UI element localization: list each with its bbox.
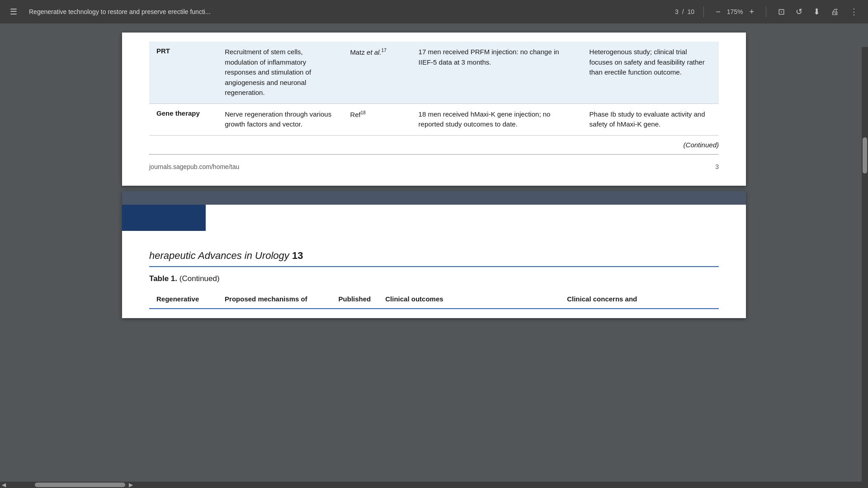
header-published-text: PPublishedublished [339,295,371,303]
pdf-pages: PRT Recruitment of stem cells, modulatio… [0,23,868,327]
journal-title: herapeutic Advances in Urology 13 [149,250,719,267]
download-button[interactable]: ⬇ [811,5,823,19]
ref-cell: Ref18 [343,103,411,135]
header-clinical-concerns-text: Clinical concerns and [567,295,637,303]
header-proposed: PProposed mechanisms ofroposed mechanism… [217,290,331,309]
vertical-scrollbar[interactable] [862,47,868,488]
document-title: Regenerative technology to restore and p… [29,8,670,15]
zoom-in-button[interactable]: + [746,5,757,19]
table-label: Table 1. [149,274,177,283]
therapy-cell: PRT [149,42,217,103]
table-caption: Table 1. (Continued) [149,274,719,283]
continued-text: (Continued) [149,136,719,154]
header-regenerative: RRegenerativeegenerative [149,290,217,309]
zoom-out-button[interactable]: − [713,5,723,19]
header-clinical-outcomes: Clinical outcomes [378,290,560,309]
page-separator: / [682,8,684,15]
page2-content: herapeutic Advances in Urology 13 Table … [122,205,746,318]
horizontal-scrollbar[interactable]: ◀ ▶ [0,482,862,488]
table-container: PRT Recruitment of stem cells, modulatio… [149,42,719,136]
header-clinical-outcomes-text: Clinical outcomes [385,295,443,303]
table-row: PRT Recruitment of stem cells, modulatio… [149,42,719,103]
ref-cell: Matz et al.17 [343,42,411,103]
footer-page-number: 3 [715,163,719,170]
page-footer: journals.sagepub.com/home/tau 3 [122,159,746,175]
fit-page-button[interactable]: ⊡ [775,5,788,19]
table-row: Gene therapy Nerve regeneration through … [149,103,719,135]
mechanism-cell: Recruitment of stem cells, modulation of… [217,42,343,103]
print-button[interactable]: 🖨 [828,5,842,19]
outcomes-cell: 18 men received hMaxi-K gene injection; … [411,103,582,135]
scrollbar-thumb[interactable] [863,137,867,174]
total-pages: 10 [688,8,695,15]
outcomes-cell: 17 men received PRFM injection: no chang… [411,42,582,103]
header-regenerative-text: RRegenerativeegenerative [156,295,199,303]
main-content: PRT Recruitment of stem cells, modulatio… [0,23,868,488]
more-options-button[interactable]: ⋮ [847,5,861,19]
header-published: PPublishedublished [331,290,378,309]
page-divider [149,154,719,155]
horizontal-scrollbar-thumb[interactable] [35,483,125,487]
header-clinical-concerns: Clinical concerns and [560,290,719,309]
toolbar: ☰ Regenerative technology to restore and… [0,0,868,23]
mechanism-cell: Nerve regeneration through various growt… [217,103,343,135]
scroll-left-arrow[interactable]: ◀ [0,482,8,488]
therapy-cell: Gene therapy [149,103,217,135]
zoom-level: 175% [727,8,743,15]
divider-2 [766,6,766,17]
pdf-page-1: PRT Recruitment of stem cells, modulatio… [122,33,746,186]
rotate-button[interactable]: ↺ [793,5,805,19]
page-info: 3 / 10 [675,8,694,15]
main-table: PRT Recruitment of stem cells, modulatio… [149,42,719,136]
concerns-cell: Heterogenous study; clinical trial focus… [582,42,719,103]
table-continued: (Continued) [179,274,220,283]
page-top: PRT Recruitment of stem cells, modulatio… [122,33,746,155]
toolbar-right: ⬇ 🖨 ⋮ [811,5,861,19]
table-header-row: RRegenerativeegenerative PProposed mecha… [149,290,719,309]
header-proposed-text: PProposed mechanisms ofroposed mechanism… [225,295,307,303]
current-page[interactable]: 3 [675,8,679,15]
journal-title-text: herapeutic Advances in Urology 13 [149,250,303,261]
page2-header-bar [122,191,746,205]
menu-button[interactable]: ☰ [7,5,20,19]
table2-headers: RRegenerativeegenerative PProposed mecha… [149,290,719,309]
footer-url: journals.sagepub.com/home/tau [149,163,239,170]
zoom-controls: − 175% + [713,5,757,19]
scroll-right-arrow[interactable]: ▶ [127,482,135,488]
page2-blue-corner [122,205,206,231]
pdf-page-2: herapeutic Advances in Urology 13 Table … [122,191,746,318]
divider-1 [703,6,704,17]
concerns-cell: Phase Ib study to evaluate activity and … [582,103,719,135]
